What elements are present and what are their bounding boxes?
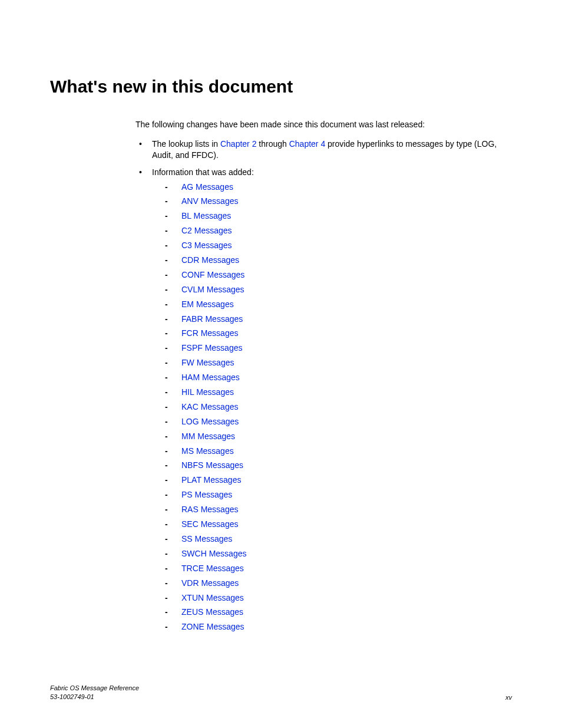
message-link[interactable]: VDR Messages xyxy=(181,578,239,588)
list-item: -CONF Messages xyxy=(152,269,512,281)
dash-icon: - xyxy=(165,460,168,471)
message-link[interactable]: RAS Messages xyxy=(181,505,238,514)
dash-icon: - xyxy=(165,299,168,310)
dash-icon: - xyxy=(165,592,168,604)
list-item: -VDR Messages xyxy=(152,578,512,589)
message-link[interactable]: FCR Messages xyxy=(181,328,238,338)
dash-icon: - xyxy=(165,504,168,515)
top-bullet-list: The lookup lists in Chapter 2 through Ch… xyxy=(135,139,512,633)
message-link[interactable]: CONF Messages xyxy=(181,270,244,279)
dash-icon: - xyxy=(165,357,168,368)
message-link[interactable]: TRCE Messages xyxy=(181,564,244,573)
list-item: -CDR Messages xyxy=(152,255,512,266)
message-link[interactable]: SEC Messages xyxy=(181,519,238,529)
dash-icon: - xyxy=(165,182,168,193)
dash-icon: - xyxy=(165,401,168,413)
message-link[interactable]: XTUN Messages xyxy=(181,593,244,602)
bullet-lookup-lists: The lookup lists in Chapter 2 through Ch… xyxy=(135,139,512,161)
dash-icon: - xyxy=(165,387,168,398)
dash-icon: - xyxy=(165,416,168,427)
list-item: -BL Messages xyxy=(152,210,512,222)
dash-icon: - xyxy=(165,533,168,545)
message-link[interactable]: ANV Messages xyxy=(181,196,238,206)
footer-page-number: xv xyxy=(505,694,512,701)
list-item: -HAM Messages xyxy=(152,372,512,383)
message-link[interactable]: SWCH Messages xyxy=(181,549,246,558)
bullet2-label: Information that was added: xyxy=(152,167,254,177)
dash-icon: - xyxy=(165,431,168,442)
list-item: -SWCH Messages xyxy=(152,548,512,559)
message-link[interactable]: HIL Messages xyxy=(181,387,234,397)
dash-icon: - xyxy=(165,578,168,589)
dash-icon: - xyxy=(165,475,168,486)
message-link[interactable]: MS Messages xyxy=(181,446,234,456)
bullet1-prefix: The lookup lists in xyxy=(152,139,220,149)
bullet-info-added: Information that was added: -AG Messages… xyxy=(135,167,512,633)
message-link[interactable]: BL Messages xyxy=(181,211,231,220)
section-heading: What's new in this document xyxy=(50,77,512,97)
dash-icon: - xyxy=(165,519,168,530)
message-link[interactable]: SS Messages xyxy=(181,534,232,543)
message-link[interactable]: PS Messages xyxy=(181,490,232,499)
list-item: -TRCE Messages xyxy=(152,563,512,574)
intro-paragraph: The following changes have been made sin… xyxy=(135,119,512,130)
list-item: -LOG Messages xyxy=(152,416,512,427)
document-page: What's new in this document The followin… xyxy=(0,0,562,728)
link-chapter-4[interactable]: Chapter 4 xyxy=(289,139,325,149)
message-link[interactable]: LOG Messages xyxy=(181,417,239,426)
message-link[interactable]: HAM Messages xyxy=(181,373,240,382)
message-link[interactable]: FW Messages xyxy=(181,358,234,367)
dash-icon: - xyxy=(165,314,168,325)
list-item: -SS Messages xyxy=(152,533,512,545)
dash-icon: - xyxy=(165,210,168,222)
list-item: -SEC Messages xyxy=(152,519,512,530)
content-block: The following changes have been made sin… xyxy=(135,119,512,633)
list-item: -MM Messages xyxy=(152,431,512,442)
bullet1-mid: through xyxy=(256,139,289,149)
message-link[interactable]: EM Messages xyxy=(181,299,234,309)
message-link[interactable]: FSPF Messages xyxy=(181,343,242,353)
footer-doc-title: Fabric OS Message Reference xyxy=(50,684,139,692)
dash-icon: - xyxy=(165,284,168,295)
message-link[interactable]: KAC Messages xyxy=(181,402,238,411)
list-item: -EM Messages xyxy=(152,299,512,310)
list-item: -FSPF Messages xyxy=(152,342,512,354)
list-item: -FW Messages xyxy=(152,357,512,368)
message-link[interactable]: C3 Messages xyxy=(181,241,232,250)
list-item: -PLAT Messages xyxy=(152,475,512,486)
list-item: -AG Messages xyxy=(152,182,512,193)
dash-icon: - xyxy=(165,446,168,457)
dash-icon: - xyxy=(165,563,168,574)
page-footer: Fabric OS Message Reference 53-1002749-0… xyxy=(50,684,512,701)
dash-icon: - xyxy=(165,548,168,559)
list-item: -HIL Messages xyxy=(152,387,512,398)
list-item: -C3 Messages xyxy=(152,240,512,251)
message-link[interactable]: MM Messages xyxy=(181,431,235,441)
list-item: -MS Messages xyxy=(152,446,512,457)
list-item: -ANV Messages xyxy=(152,196,512,207)
message-link[interactable]: CDR Messages xyxy=(181,255,239,265)
dash-icon: - xyxy=(165,607,168,618)
dash-icon: - xyxy=(165,328,168,339)
list-item: -XTUN Messages xyxy=(152,592,512,604)
message-link[interactable]: PLAT Messages xyxy=(181,475,241,485)
dash-icon: - xyxy=(165,269,168,281)
message-link[interactable]: FABR Messages xyxy=(181,314,243,324)
message-link[interactable]: ZEUS Messages xyxy=(181,607,243,617)
list-item: -C2 Messages xyxy=(152,225,512,236)
dash-icon: - xyxy=(165,240,168,251)
message-link[interactable]: ZONE Messages xyxy=(181,622,244,631)
list-item: -NBFS Messages xyxy=(152,460,512,471)
dash-icon: - xyxy=(165,621,168,633)
list-item: -CVLM Messages xyxy=(152,284,512,295)
list-item: -RAS Messages xyxy=(152,504,512,515)
message-link[interactable]: CVLM Messages xyxy=(181,285,244,294)
list-item: -ZONE Messages xyxy=(152,621,512,633)
message-link[interactable]: AG Messages xyxy=(181,182,233,192)
list-item: -KAC Messages xyxy=(152,401,512,413)
list-item: -FCR Messages xyxy=(152,328,512,339)
message-link[interactable]: NBFS Messages xyxy=(181,460,243,470)
message-link[interactable]: C2 Messages xyxy=(181,226,232,235)
list-item: -PS Messages xyxy=(152,489,512,500)
link-chapter-2[interactable]: Chapter 2 xyxy=(220,139,256,149)
